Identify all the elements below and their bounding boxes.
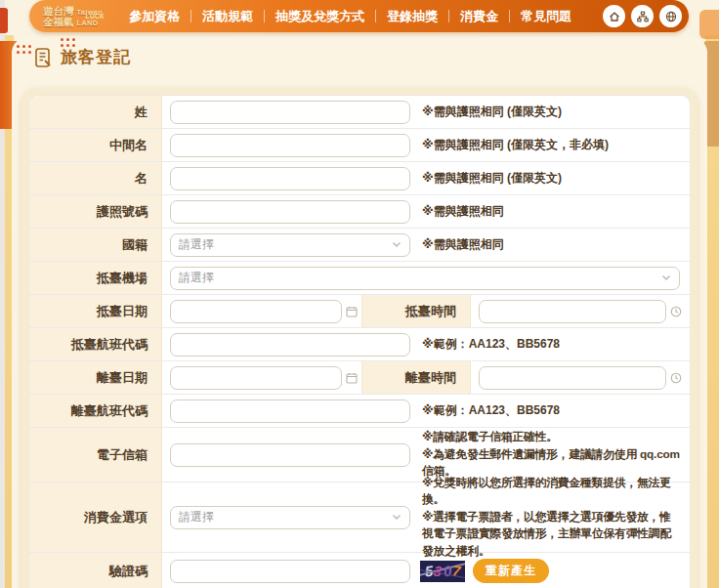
- passport-label: 護照號碼: [29, 195, 162, 228]
- decor-red-shape: [0, 8, 8, 33]
- decor-orange-shape-right: [699, 10, 719, 39]
- email-label: 電子信箱: [29, 428, 162, 482]
- departure-time-input[interactable]: [479, 366, 666, 390]
- nav-item-lottery-method[interactable]: 抽獎及兌獎方式: [265, 8, 375, 25]
- chevron-down-icon: [661, 274, 671, 281]
- page: 遊台灣Taiwan 金福氣LAND LUCK 參加資格 活動規範 抽獎及兌獎方式…: [0, 0, 719, 588]
- nationality-label: 國籍: [29, 229, 162, 261]
- email-notes: ※請確認電子信箱正確性。 ※為避免發生郵件遺漏情形，建議請勿使用 qq.com …: [422, 429, 690, 480]
- home-icon: [609, 11, 620, 22]
- logo-badge: LUCK: [86, 14, 106, 21]
- nav-item-faq[interactable]: 常見問題: [510, 8, 582, 25]
- form-row-departure-datetime: 離臺日期 離臺時間: [29, 361, 690, 395]
- last-name-label: 姓: [29, 96, 162, 128]
- nav-icon-group: [603, 5, 682, 27]
- logo-line1: 遊台灣: [43, 5, 74, 17]
- registration-clipboard-icon: [33, 47, 53, 68]
- first-name-label: 名: [29, 162, 162, 194]
- departure-flight-label: 離臺航班代碼: [29, 395, 162, 427]
- registration-form-panel: 姓 ※需與護照相同 (僅限英文) 中間名 ※需與護照相同 (僅限英文，非必填): [21, 88, 698, 588]
- registration-form: 姓 ※需與護照相同 (僅限英文) 中間名 ※需與護照相同 (僅限英文，非必填): [28, 95, 691, 588]
- logo-line2: 金福氣: [43, 16, 74, 27]
- departure-flight-note: ※範例：AA123、BB5678: [422, 402, 560, 419]
- form-row-arrival-datetime: 抵臺日期 抵臺時間: [29, 295, 690, 328]
- calendar-icon[interactable]: [346, 306, 358, 317]
- first-name-note: ※需與護照相同 (僅限英文): [422, 170, 562, 187]
- spending-note-1: ※兌獎時將以您所選擇的消費金種類提供，無法更換。: [422, 475, 680, 509]
- arrival-flight-input[interactable]: [170, 333, 410, 357]
- captcha-digit: 7: [451, 564, 461, 579]
- last-name-input[interactable]: [170, 101, 410, 124]
- spending-option-label: 消費金選項: [29, 483, 162, 552]
- clock-icon[interactable]: [670, 306, 682, 317]
- globe-icon: [665, 11, 677, 22]
- captcha-input[interactable]: [170, 560, 410, 583]
- home-button[interactable]: [603, 5, 625, 27]
- departure-time-label: 離臺時間: [361, 361, 471, 394]
- form-row-nationality: 國籍 請選擇 ※需與護照相同: [29, 229, 690, 262]
- nav-menu: 參加資格 活動規範 抽獎及兌獎方式 登錄抽獎 消費金 常見問題: [118, 8, 582, 25]
- nav-item-spending-money[interactable]: 消費金: [449, 8, 509, 25]
- nav-item-register-draw[interactable]: 登錄抽獎: [376, 8, 448, 25]
- arrival-date-label: 抵臺日期: [29, 295, 162, 327]
- clock-icon[interactable]: [670, 372, 682, 384]
- captcha-image: 5 3 0 7: [420, 561, 465, 582]
- calendar-icon[interactable]: [346, 372, 358, 384]
- spending-option-select[interactable]: 請選擇: [170, 506, 410, 529]
- form-row-first-name: 名 ※需與護照相同 (僅限英文): [29, 162, 690, 195]
- middle-name-label: 中間名: [29, 129, 162, 161]
- departure-date-input[interactable]: [170, 366, 342, 390]
- email-note-1: ※請確認電子信箱正確性。: [422, 429, 680, 445]
- arrival-airport-label: 抵臺機場: [29, 262, 162, 294]
- arrival-time-input[interactable]: [479, 300, 666, 323]
- middle-name-note: ※需與護照相同 (僅限英文，非必填): [422, 137, 609, 153]
- form-row-passport: 護照號碼 ※需與護照相同: [29, 195, 690, 229]
- last-name-note: ※需與護照相同 (僅限英文): [422, 104, 562, 120]
- arrival-airport-select[interactable]: 請選擇: [170, 267, 680, 290]
- nationality-select[interactable]: 請選擇: [170, 233, 410, 257]
- passport-note: ※需與護照相同: [422, 203, 504, 220]
- arrival-date-input[interactable]: [170, 300, 342, 323]
- spending-option-select-value: 請選擇: [179, 509, 392, 525]
- form-row-captcha: 驗證碼 5 3 0 7 重新產生: [29, 553, 690, 588]
- site-logo[interactable]: 遊台灣Taiwan 金福氣LAND LUCK: [43, 6, 103, 27]
- sitemap-button[interactable]: [631, 5, 654, 27]
- arrival-flight-note: ※範例：AA123、BB5678: [422, 336, 560, 353]
- page-title-row: 旅客登記: [33, 46, 131, 68]
- nationality-note: ※需與護照相同: [422, 236, 504, 253]
- chevron-down-icon: [392, 514, 402, 521]
- content-panel: 旅客登記 姓 ※需與護照相同 (僅限英文) 中間名 ※: [12, 37, 707, 588]
- form-row-arrival-airport: 抵臺機場 請選擇: [29, 262, 690, 295]
- form-row-last-name: 姓 ※需與護照相同 (僅限英文): [29, 96, 690, 129]
- regenerate-captcha-button[interactable]: 重新產生: [473, 559, 549, 583]
- first-name-input[interactable]: [170, 167, 410, 190]
- nav-item-rules[interactable]: 活動規範: [191, 8, 264, 25]
- form-row-spending-option: 消費金選項 請選擇 ※兌獎時將以您所選擇的消費金種類提供，無法更換。 ※選擇電子…: [29, 483, 690, 553]
- decor-dots: [17, 45, 31, 54]
- nationality-select-value: 請選擇: [179, 236, 392, 253]
- captcha-label: 驗證碼: [29, 553, 162, 588]
- arrival-airport-select-value: 請選擇: [179, 270, 661, 286]
- chevron-down-icon: [392, 241, 402, 248]
- departure-flight-input[interactable]: [170, 399, 410, 423]
- form-row-arrival-flight: 抵臺航班代碼 ※範例：AA123、BB5678: [29, 328, 690, 361]
- email-input[interactable]: [170, 443, 410, 467]
- arrival-time-label: 抵臺時間: [361, 295, 471, 327]
- form-row-middle-name: 中間名 ※需與護照相同 (僅限英文，非必填): [29, 129, 690, 162]
- spending-option-notes: ※兌獎時將以您所選擇的消費金種類提供，無法更換。 ※選擇電子票證者，以您選擇之選…: [422, 475, 690, 560]
- departure-date-label: 離臺日期: [29, 361, 162, 394]
- nav-item-eligibility[interactable]: 參加資格: [118, 8, 190, 25]
- middle-name-input[interactable]: [170, 134, 410, 157]
- sitemap-icon: [637, 11, 649, 22]
- top-navbar: 遊台灣Taiwan 金福氣LAND LUCK 參加資格 活動規範 抽獎及兌獎方式…: [29, 0, 689, 32]
- captcha-digit: 0: [442, 563, 451, 578]
- page-title: 旅客登記: [61, 46, 131, 68]
- passport-input[interactable]: [170, 200, 410, 224]
- form-row-departure-flight: 離臺航班代碼 ※範例：AA123、BB5678: [29, 395, 690, 428]
- logo-line2-en: LAND: [77, 19, 99, 27]
- captcha-digit: 3: [433, 563, 444, 578]
- arrival-flight-label: 抵臺航班代碼: [29, 328, 162, 360]
- globe-button[interactable]: [659, 5, 682, 27]
